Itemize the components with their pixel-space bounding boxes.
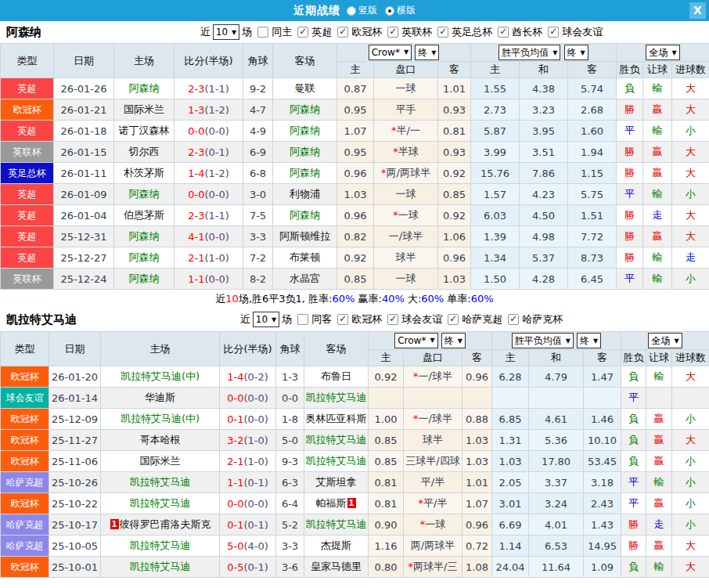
avg-away-odds: 1.09: [584, 557, 621, 578]
col-header-goals: 进球数: [672, 350, 709, 366]
col-header-avg-away: 客: [584, 350, 621, 366]
avg-draw-odds: 4.50: [520, 205, 568, 226]
competition-label: 哈萨克超: [462, 312, 502, 326]
chevron-down-icon: ▼: [272, 316, 276, 323]
fulltime-score: 0-0: [188, 125, 204, 137]
layout-option[interactable]: 横版: [385, 4, 416, 17]
halftime-score: (1-0): [243, 435, 268, 446]
handicap-result-flag: 輸: [643, 121, 672, 142]
match-type-cell: 球会友谊: [1, 388, 49, 409]
result-flag: 負: [621, 366, 646, 388]
home-team-name: 凯拉特艾马迪: [130, 561, 191, 572]
result-flag: 平: [621, 472, 646, 493]
recent-count-select[interactable]: 10▼: [213, 24, 239, 40]
avg-away-odds: 5.74: [568, 78, 617, 99]
result-flag: 平: [621, 388, 646, 409]
goals-result-flag: 小: [672, 493, 709, 514]
same-venue-checkbox[interactable]: [257, 27, 268, 38]
final-odds-select[interactable]: 终▼: [415, 45, 439, 60]
home-team: 阿森纳: [114, 247, 175, 269]
competition-checkbox[interactable]: [548, 27, 559, 38]
corner-score: 6-8: [243, 163, 273, 184]
corner-score: 5-2: [276, 514, 304, 536]
away-team-name: 凯拉特艾马迪: [306, 518, 367, 530]
match-row: 哈萨克超25-10-26凯拉特艾马迪1-1(0-1)6-3艾斯坦拿0.81平/半…: [1, 472, 709, 493]
close-icon: X: [693, 4, 702, 16]
summary-segment: 60%: [471, 293, 494, 305]
odds-away: 1.03: [438, 269, 471, 290]
chevron-down-icon: ▼: [674, 337, 678, 345]
avg-away-odds: 6.45: [568, 269, 617, 290]
odds-home: 0.95: [337, 142, 374, 163]
radio-icon[interactable]: [385, 6, 394, 16]
handicap-result-flag: 贏: [646, 430, 672, 451]
scope-select[interactable]: 全场▼: [646, 45, 679, 60]
avg-home-odds: 2.73: [471, 99, 520, 121]
competition-checkbox[interactable]: [508, 314, 519, 325]
match-date: 25-12-31: [54, 226, 114, 247]
score-cell: 1-4(0-2): [220, 366, 276, 388]
competition-checkbox[interactable]: [437, 27, 448, 38]
competition-badge: 英超: [1, 247, 53, 268]
recent-count-select[interactable]: 10▼: [253, 312, 279, 327]
radio-icon[interactable]: [347, 6, 356, 16]
avg-draw-odds: [529, 388, 584, 409]
competition-checkbox[interactable]: [337, 314, 348, 325]
odds-home: 1.07: [337, 121, 374, 142]
corner-score: 6-9: [243, 142, 273, 163]
final-odds-select[interactable]: 终▼: [441, 333, 466, 348]
competition-badge: 欧冠杯: [1, 366, 49, 387]
avg-draw-odds: 7.86: [520, 163, 568, 184]
corner-score: 7-2: [243, 247, 273, 269]
summary-segment: 赢率:: [354, 293, 382, 305]
away-team: 凯拉特艾马迪: [304, 388, 369, 409]
competition-checkbox[interactable]: [448, 314, 459, 325]
col-header-score: 比分(半场): [175, 44, 243, 78]
final-odds-select-value: 终: [444, 334, 454, 348]
odds-home: 0.96: [337, 163, 374, 184]
competition-label: 球会友谊: [401, 312, 442, 326]
avg-draw-odds: 3.24: [529, 493, 584, 514]
competition-checkbox[interactable]: [498, 27, 509, 38]
near-label: 近: [240, 312, 250, 326]
avg-away-odds: 7.72: [568, 226, 617, 247]
avg-away-odds: 1.46: [584, 409, 621, 430]
home-team-name: 阿森纳: [129, 82, 160, 94]
result-flag: 勝: [621, 536, 646, 557]
away-team-name: 阿森纳: [290, 103, 320, 115]
col-header-odds-away: 客: [462, 350, 492, 366]
avg-away-odds: 53.45: [584, 451, 621, 472]
handicap-value: 一球: [374, 184, 438, 205]
odds-away: 0.72: [462, 536, 492, 557]
goals-result-flag: 大: [672, 163, 709, 184]
final-avg-select[interactable]: 终▼: [577, 333, 601, 348]
final-odds-select-value: 终: [418, 46, 427, 60]
halftime-score: (0-0): [204, 231, 229, 243]
avg-draw-odds: 17.80: [529, 451, 584, 472]
bookmaker-select[interactable]: Crow*▼: [394, 333, 437, 348]
competition-label: 欧冠杯: [351, 25, 382, 39]
score-cell: 0-0(0-0): [220, 388, 276, 409]
bookmaker-select[interactable]: Crow*▼: [369, 45, 412, 60]
avg-select[interactable]: 胜平负均值▼: [498, 45, 560, 60]
avg-away-odds: 5.75: [568, 184, 617, 205]
home-team-name: 凯拉特艾马迪(中): [121, 370, 200, 382]
avg-select[interactable]: 胜平负均值▼: [512, 333, 574, 348]
fulltime-score: 2-3: [188, 83, 204, 95]
odds-away: 0.96: [462, 366, 492, 388]
fulltime-score: 1-1: [227, 477, 243, 489]
competition-checkbox[interactable]: [387, 27, 398, 38]
odds-away: 1.01: [462, 472, 492, 493]
competition-checkbox[interactable]: [337, 27, 348, 38]
competition-checkbox[interactable]: [297, 27, 308, 38]
same-venue-checkbox[interactable]: [297, 314, 308, 325]
scope-select[interactable]: 全场▼: [648, 333, 682, 348]
close-button[interactable]: X: [689, 2, 706, 19]
avg-home-odds: 6.69: [492, 514, 529, 536]
layout-option[interactable]: 竖版: [347, 4, 377, 17]
final-avg-select[interactable]: 终▼: [564, 45, 588, 60]
away-team: 杰提斯: [304, 536, 369, 557]
col-header-handicap-result: 让球: [646, 350, 672, 366]
home-team-name: 阿森纳: [129, 188, 160, 200]
competition-checkbox[interactable]: [387, 314, 398, 325]
